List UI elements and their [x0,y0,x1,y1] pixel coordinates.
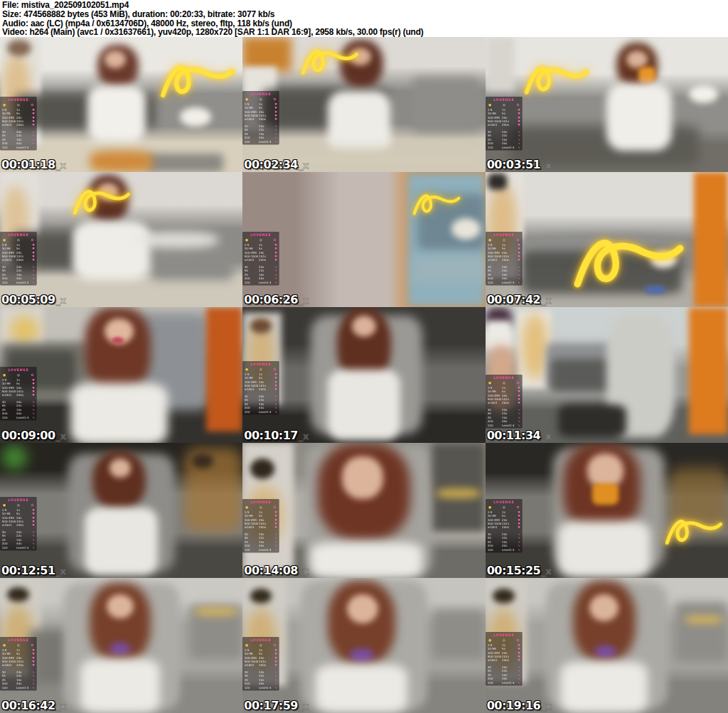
scene-blob [519,235,684,256]
tip-menu-overlay: LOVENSE●◎✿1-91s♥10-995s♥100-49920s♥500-1… [0,637,37,690]
tip-menu-icons: ●◎✿ [487,238,521,242]
scene-blob [184,448,242,532]
tip-menu-row: 2510s∿ [1,537,36,541]
tip-menu-row: 500-1000101s♥ [487,119,521,123]
tip-menu-row: 2510s∿ [1,137,36,141]
scene-blob [546,582,668,709]
video-frame-thumbnail: LOVENSE●◎✿1-91s♥10-995s♥100-49920s♥500-1… [242,37,485,172]
scene-blob [342,456,383,500]
scene-blob [90,151,153,172]
coin-icon: ● [245,368,248,371]
tip-menu-row: 20040s∿ [1,141,36,145]
frame-timestamp: 00:15:25_x [487,564,551,578]
scene-blob [685,616,724,623]
watermark-x: _x [299,431,309,441]
tip-menu-row: ≥1001200s♥ [487,258,521,262]
coin-icon: ● [3,643,6,647]
scene-blob [250,589,272,604]
tip-menu-icons: ●◎✿ [487,103,521,107]
lovense-label: LOVENSE [1,98,36,102]
tip-menu-row: 1-91s♥ [1,107,36,111]
tip-menu-overlay: LOVENSE●◎✿1-91s♥10-995s♥100-49920s♥500-1… [0,367,37,420]
tip-menu-row: 1-91s♥ [1,508,36,511]
tip-menu-row: ≥1001200s♥ [487,526,521,530]
scene-blob [486,321,513,350]
flower-icon: ✿ [274,97,277,101]
scene-blob [29,629,82,683]
watermark-x: _x [56,431,66,441]
frame-timestamp: 00:01:18_x [1,159,65,172]
target-icon: ◎ [502,505,505,509]
scene-blob [328,370,400,440]
coin-icon: ● [488,238,491,242]
tip-menu-row: 3020s∿ [1,530,36,534]
flower-icon: ✿ [516,103,519,107]
tip-menu-overlay: LOVENSE●◎✿1-91s♥10-995s♥100-49920s♥500-1… [486,97,523,150]
scene-blob [85,307,150,391]
tip-menu-row: 120Level1-4∿ [1,686,36,690]
lovense-label: LOVENSE [487,233,521,237]
scene-blob [675,602,728,662]
tip-menu-icons: ●◎✿ [487,638,521,642]
scene-blob [587,454,623,488]
scene-blob [412,77,481,132]
scene-blob [488,173,507,190]
scene-blob [689,85,718,103]
scene-blob [522,313,549,380]
scene-blob [337,307,390,383]
coin-icon: ● [488,638,491,642]
video-frame-thumbnail: LOVENSE●◎✿1-91s♥10-995s♥100-49920s♥500-1… [0,172,242,307]
scene-blob [68,454,175,572]
scene-blob [318,443,410,540]
video-frame-thumbnail: LOVENSE●◎✿1-91s♥10-995s♥100-49920s♥500-1… [0,37,242,172]
tip-menu-icons: ●◎✿ [1,503,36,507]
tip-menu-row: 3020s∿ [487,130,521,134]
watermark-x: _x [541,160,551,171]
coin-icon: ● [488,505,491,509]
tip-menu-icons: ●◎✿ [1,238,36,242]
lovense-label: LOVENSE [244,233,278,237]
lovense-label: LOVENSE [487,501,521,505]
scene-blob [563,443,641,532]
tip-menu-overlay: LOVENSE●◎✿1-91s♥10-995s♥100-49920s♥500-1… [486,375,523,428]
tip-menu-icons: ●◎✿ [244,505,278,509]
tip-menu-row: 120Level1-4∿ [1,281,36,284]
target-icon: ◎ [502,381,505,385]
tip-menu-row: 5522s∿ [1,134,36,137]
scene-blob [109,643,132,655]
tip-menu-overlay: LOVENSE●◎✿1-91s♥10-995s♥100-49920s♥500-1… [486,232,523,285]
tip-menu-row: ≥1001200s♥ [487,123,521,127]
file-info-header: File: mistiva_202509102051.mp4 Size: 474… [0,0,728,37]
scene-blob [560,662,648,713]
scene-blob [10,316,39,345]
target-icon: ◎ [502,103,505,107]
scene-blob [606,313,675,437]
tip-menu-row: ≥1001200s♥ [244,664,278,668]
lovense-label: LOVENSE [487,633,521,637]
tip-menu-icons: ●◎✿ [1,373,36,377]
tip-menu-row: 5522s∿ [1,534,36,537]
tip-menu-overlay: LOVENSE●◎✿1-91s♥10-995s♥100-49920s♥500-1… [0,497,37,550]
frame-timestamp: 00:06:26_x [244,294,308,307]
scene-blob [592,483,619,505]
scene-blob [558,521,651,578]
lovense-label: LOVENSE [244,363,278,367]
tip-menu-row: 3020s∿ [1,130,36,134]
target-icon: ◎ [259,643,262,647]
target-icon: ◎ [17,643,20,647]
tip-menu-row: 100-49920s♥ [487,115,521,119]
tip-menu-row: 500-1000101s♥ [1,119,36,123]
tip-menu-row: ≥1001200s♥ [244,526,278,530]
video-frame-thumbnail: LOVENSE●◎✿1-91s♥10-995s♥100-49920s♥500-1… [486,307,728,442]
tip-menu-row: 120Level1-4∿ [487,548,521,552]
scene-blob [573,581,636,662]
lovense-label: LOVENSE [244,92,278,96]
scene-blob [651,251,678,269]
tip-menu-icons: ●◎✿ [244,97,278,101]
flower-icon: ✿ [516,505,519,509]
scene-blob [694,172,728,307]
watermark-x: _x [299,566,309,577]
scene-blob [80,659,161,713]
flower-icon: ✿ [31,103,34,107]
scene-blob [242,37,291,72]
